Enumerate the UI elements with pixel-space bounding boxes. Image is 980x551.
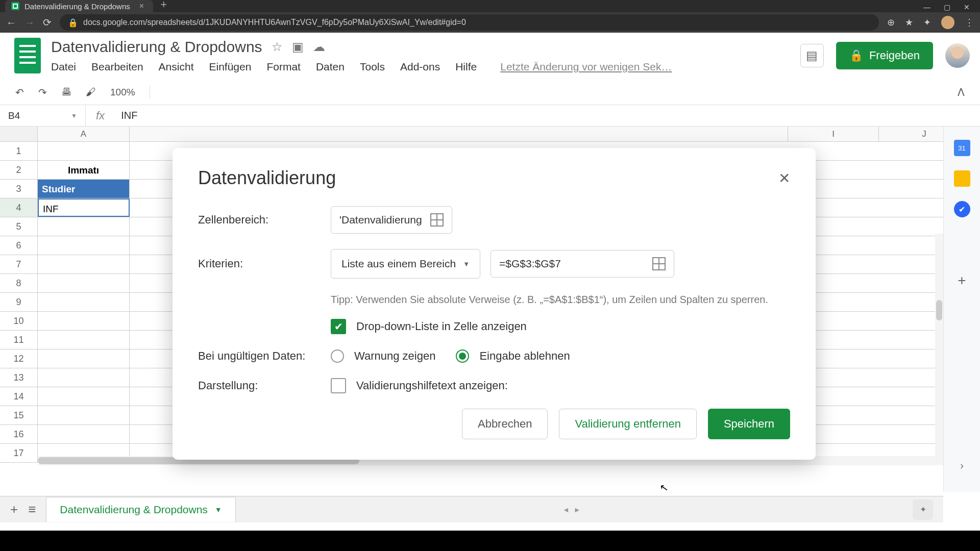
cell[interactable] bbox=[38, 255, 130, 273]
scroll-right-icon[interactable]: ► bbox=[574, 506, 581, 514]
col-header[interactable]: I bbox=[788, 127, 879, 141]
keep-sidepanel-icon[interactable] bbox=[954, 170, 970, 187]
all-sheets-button[interactable]: ≡ bbox=[28, 502, 36, 517]
menu-insert[interactable]: Einfügen bbox=[209, 61, 251, 73]
row-header[interactable]: 4 bbox=[0, 198, 38, 217]
select-all-corner[interactable] bbox=[0, 127, 38, 141]
paint-format-icon[interactable]: 🖌 bbox=[86, 86, 96, 98]
cell-range-input[interactable]: 'Datenvalidierung bbox=[331, 206, 452, 234]
address-bar[interactable]: 🔒 docs.google.com/spreadsheets/d/1JKUDAN… bbox=[60, 14, 879, 31]
cell[interactable] bbox=[38, 274, 130, 292]
undo-icon[interactable]: ↶ bbox=[15, 86, 24, 98]
grid-select-icon[interactable] bbox=[652, 257, 666, 270]
cancel-button[interactable]: Abbrechen bbox=[462, 409, 548, 439]
star-icon[interactable]: ☆ bbox=[272, 40, 283, 54]
close-dialog-button[interactable]: ✕ bbox=[778, 170, 790, 187]
comments-button[interactable]: ▤ bbox=[800, 44, 824, 67]
menu-icon[interactable]: ⋮ bbox=[965, 17, 974, 28]
menu-format[interactable]: Format bbox=[266, 61, 301, 73]
row-header[interactable]: 11 bbox=[0, 331, 38, 349]
row-header[interactable]: 15 bbox=[0, 406, 38, 424]
add-sheet-button[interactable]: + bbox=[10, 502, 18, 517]
close-window-icon[interactable]: ✕ bbox=[964, 3, 970, 11]
add-sidepanel-icon[interactable]: + bbox=[958, 272, 966, 289]
cell[interactable] bbox=[38, 236, 130, 255]
browser-tab[interactable]: Datenvalidierung & Dropdowns × bbox=[5, 0, 153, 12]
redo-icon[interactable]: ↷ bbox=[38, 86, 47, 98]
menu-help[interactable]: Hilfe bbox=[455, 61, 477, 73]
save-button[interactable]: Speichern bbox=[708, 409, 790, 439]
show-dropdown-checkbox[interactable]: ✔ bbox=[331, 319, 346, 334]
reload-icon[interactable]: ⟳ bbox=[43, 16, 52, 29]
last-edit-link[interactable]: Letzte Änderung vor wenigen Sek… bbox=[500, 61, 672, 73]
cell[interactable] bbox=[38, 217, 130, 236]
menu-file[interactable]: Datei bbox=[51, 61, 76, 73]
helptext-checkbox[interactable] bbox=[331, 378, 346, 393]
cloud-status-icon[interactable]: ☁ bbox=[313, 40, 325, 54]
cell[interactable] bbox=[38, 331, 130, 349]
back-icon[interactable]: ← bbox=[6, 17, 16, 29]
row-header[interactable]: 3 bbox=[0, 180, 38, 198]
cell[interactable] bbox=[38, 387, 130, 406]
zoom-icon[interactable]: ⊕ bbox=[887, 17, 895, 28]
vertical-scrollbar[interactable] bbox=[935, 234, 943, 456]
reject-radio[interactable] bbox=[456, 349, 469, 363]
profile-avatar-icon[interactable] bbox=[941, 16, 954, 29]
close-tab-icon[interactable]: × bbox=[139, 2, 144, 11]
row-header[interactable]: 10 bbox=[0, 312, 38, 330]
criteria-range-input[interactable]: =$G$3:$G$7 bbox=[491, 250, 674, 278]
forward-icon[interactable]: → bbox=[24, 17, 35, 29]
document-title[interactable]: Datenvalidierung & Dropdowns bbox=[51, 38, 262, 56]
criteria-type-dropdown[interactable]: Liste aus einem Bereich ▼ bbox=[331, 249, 480, 279]
col-header[interactable]: A bbox=[38, 127, 130, 141]
cell[interactable] bbox=[38, 312, 130, 330]
row-header[interactable]: 9 bbox=[0, 293, 38, 311]
zoom-select[interactable]: 100% bbox=[110, 87, 135, 98]
row-header[interactable]: 7 bbox=[0, 255, 38, 273]
menu-data[interactable]: Daten bbox=[316, 61, 345, 73]
account-avatar[interactable] bbox=[945, 43, 970, 68]
menu-edit[interactable]: Bearbeiten bbox=[91, 61, 143, 73]
collapse-sidepanel-icon[interactable]: › bbox=[960, 460, 964, 471]
menu-addons[interactable]: Add-ons bbox=[400, 61, 440, 73]
sheets-logo-icon[interactable] bbox=[14, 38, 41, 73]
cell[interactable] bbox=[38, 368, 130, 387]
cell[interactable] bbox=[38, 425, 130, 443]
formula-bar[interactable]: INF bbox=[115, 110, 143, 121]
explore-button[interactable]: ✦ bbox=[913, 499, 933, 520]
new-tab-button[interactable]: + bbox=[160, 0, 167, 11]
grid-select-icon[interactable] bbox=[430, 213, 444, 227]
calendar-sidepanel-icon[interactable] bbox=[954, 140, 970, 156]
row-header[interactable]: 2 bbox=[0, 161, 38, 179]
menu-view[interactable]: Ansicht bbox=[159, 61, 194, 73]
row-header[interactable]: 8 bbox=[0, 274, 38, 292]
maximize-icon[interactable]: ▢ bbox=[944, 3, 950, 11]
print-icon[interactable]: 🖶 bbox=[61, 86, 71, 98]
row-header[interactable]: 5 bbox=[0, 217, 38, 236]
move-icon[interactable]: ▣ bbox=[292, 40, 304, 54]
cell[interactable] bbox=[38, 142, 130, 160]
row-header[interactable]: 1 bbox=[0, 142, 38, 160]
tasks-sidepanel-icon[interactable] bbox=[954, 201, 970, 217]
minimize-icon[interactable]: — bbox=[923, 3, 930, 11]
sheet-tab[interactable]: Datenvalidierung & Dropdowns ▼ bbox=[46, 497, 235, 522]
chevron-down-icon[interactable]: ▼ bbox=[215, 506, 222, 514]
row-header[interactable]: 13 bbox=[0, 368, 38, 387]
row-header[interactable]: 16 bbox=[0, 425, 38, 443]
row-header[interactable]: 6 bbox=[0, 236, 38, 255]
cell[interactable]: Studier bbox=[38, 180, 130, 198]
menu-tools[interactable]: Tools bbox=[360, 61, 385, 73]
bookmark-icon[interactable]: ★ bbox=[905, 17, 913, 28]
active-cell[interactable]: INF bbox=[38, 198, 130, 217]
cell[interactable] bbox=[38, 349, 130, 368]
row-header[interactable]: 17 bbox=[0, 444, 38, 462]
scroll-left-icon[interactable]: ◄ bbox=[562, 506, 570, 514]
cell[interactable] bbox=[38, 293, 130, 311]
share-button[interactable]: 🔒 Freigeben bbox=[836, 42, 933, 69]
name-box[interactable]: B4 ▼ bbox=[0, 105, 86, 126]
extensions-icon[interactable]: ✦ bbox=[923, 17, 931, 28]
row-header[interactable]: 14 bbox=[0, 387, 38, 406]
row-header[interactable]: 12 bbox=[0, 349, 38, 368]
cell[interactable]: Immatı bbox=[38, 161, 130, 179]
remove-validation-button[interactable]: Validierung entfernen bbox=[559, 409, 697, 439]
